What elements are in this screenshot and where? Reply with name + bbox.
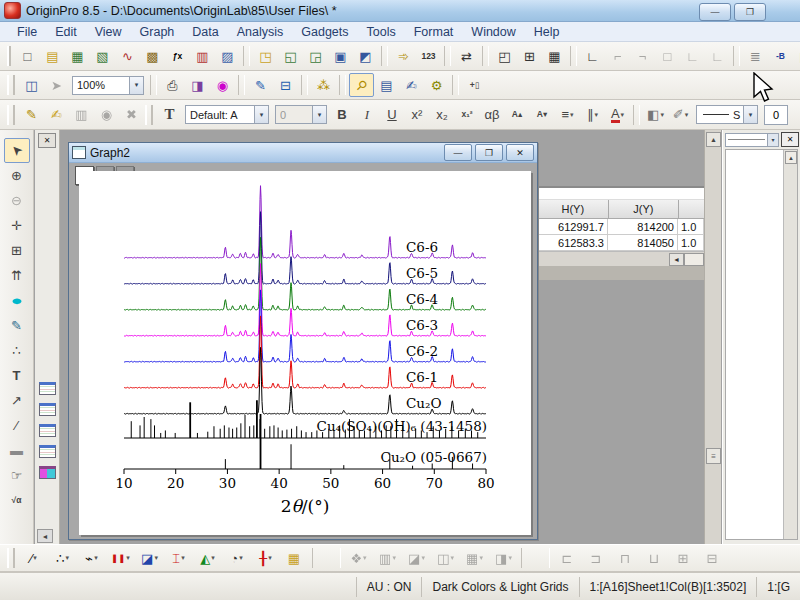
underline-button[interactable]: U: [380, 103, 405, 127]
layout-four-panel-button[interactable]: ⊞: [517, 44, 542, 68]
menu-item[interactable]: Edit: [46, 23, 86, 41]
new-layout-button[interactable]: ▥: [190, 44, 215, 68]
axes-frame-right-button[interactable]: ¬: [630, 44, 655, 68]
italic-button[interactable]: I: [355, 103, 380, 127]
zoom-panel-button[interactable]: ⚲: [349, 73, 374, 97]
graph-template-button[interactable]: ◪▾: [135, 546, 164, 570]
arrow-tool[interactable]: ↗: [4, 388, 30, 413]
font-size-combo[interactable]: 0 ▾: [275, 105, 327, 124]
graph-page[interactable]: C6-6C6-5C6-4C6-3C6-2C6-1Cu₂OCu₄(SO₄)(OH)…: [79, 171, 531, 535]
scrollbar-thumb[interactable]: [684, 253, 704, 266]
subscript-button[interactable]: x₂: [430, 103, 455, 127]
zoom-in-tool[interactable]: ⊕: [4, 163, 30, 188]
right-panel-combo[interactable]: ▾: [725, 133, 779, 147]
open-button[interactable]: ◳: [253, 44, 278, 68]
menu-item[interactable]: Tools: [358, 23, 405, 41]
bold-button[interactable]: B: [330, 103, 355, 127]
3d-bars-button[interactable]: ▥▾: [373, 546, 402, 570]
distribute-horizontal-button[interactable]: ⊞: [669, 546, 698, 570]
fill-color-dropdown-button[interactable]: ◧▾: [643, 103, 668, 127]
cell[interactable]: 1.0: [678, 235, 704, 250]
chevron-down-icon[interactable]: ▾: [129, 77, 143, 94]
table-row[interactable]: 612991.78142001.0: [538, 219, 706, 235]
menu-item[interactable]: Analysis: [228, 23, 293, 41]
minimize-button[interactable]: —: [699, 3, 731, 21]
matrix-plot-button[interactable]: ▦▾: [460, 546, 489, 570]
print-button[interactable]: ⎙: [160, 73, 185, 97]
graph-close-button[interactable]: ✕: [506, 144, 534, 161]
cell[interactable]: 814050: [608, 235, 678, 250]
add-columns-button[interactable]: +▯: [462, 73, 487, 97]
scroll-left-icon[interactable]: ◄: [669, 253, 684, 266]
rescale-axes-button[interactable]: ⇄: [454, 44, 479, 68]
menu-item[interactable]: Window: [462, 23, 524, 41]
menu-item[interactable]: Gadgets: [292, 23, 357, 41]
scrollbar-grip[interactable]: ≡: [706, 448, 721, 464]
draw-data-tool[interactable]: ∴: [4, 338, 30, 363]
new-workbook-button[interactable]: ▦: [65, 44, 90, 68]
align-right-button[interactable]: ⊐: [582, 546, 611, 570]
axes-frame-box-button[interactable]: ∟: [580, 44, 605, 68]
line-color-dropdown-button[interactable]: ✐▾: [668, 103, 693, 127]
align-dropdown-button[interactable]: ≡▾: [555, 103, 580, 127]
worksheet-horizontal-scrollbar[interactable]: ◄: [538, 251, 706, 266]
mini-matrix-icon[interactable]: [39, 466, 56, 479]
graph-restore-button[interactable]: ❐: [475, 144, 503, 161]
save-template-button[interactable]: ◩: [353, 44, 378, 68]
area-plot-button[interactable]: ◭▾: [193, 546, 222, 570]
cell[interactable]: 612583.3: [538, 235, 608, 250]
axes-frame-step-button[interactable]: ∟: [680, 44, 705, 68]
open-excel-button[interactable]: ◱: [278, 44, 303, 68]
decrease-font-button[interactable]: A▾: [530, 103, 555, 127]
import-ascii-button[interactable]: 123: [416, 44, 441, 68]
axes-frame-full-button[interactable]: □: [655, 44, 680, 68]
increase-font-button[interactable]: A▴: [505, 103, 530, 127]
line-plot-button[interactable]: ∕▾: [19, 546, 48, 570]
text-tool[interactable]: T: [4, 363, 30, 388]
mask-range-tool[interactable]: ●: [4, 288, 30, 313]
table-row[interactable]: 612583.38140501.0: [538, 235, 706, 251]
code-builder-button[interactable]: ⚙: [424, 73, 449, 97]
column-header-j[interactable]: J(Y): [609, 200, 680, 218]
column-header-h[interactable]: H(Y): [538, 200, 609, 218]
cell[interactable]: 814200: [608, 219, 678, 234]
3d-scatter-button[interactable]: ❖▾: [344, 546, 373, 570]
new-notes-button[interactable]: ▨: [215, 44, 240, 68]
gridlines-button[interactable]: ≣: [743, 44, 768, 68]
axes-frame-scale-button[interactable]: ∟: [705, 44, 730, 68]
menu-item[interactable]: View: [86, 23, 131, 41]
line-tool[interactable]: ∕: [4, 413, 30, 438]
new-matrix-button[interactable]: ▩: [140, 44, 165, 68]
data-selector-tool[interactable]: ⇈: [4, 263, 30, 288]
workspace-vertical-scrollbar[interactable]: [704, 130, 721, 544]
maximize-button[interactable]: ❐: [734, 3, 766, 21]
mini-sheet-icon-2[interactable]: [39, 403, 56, 416]
dual-panel-button[interactable]: ⊟: [273, 73, 298, 97]
graph2-titlebar[interactable]: Graph2 —❐✕: [69, 143, 537, 163]
scroll-up-icon[interactable]: ▲: [785, 151, 797, 164]
menu-item[interactable]: Graph: [131, 23, 184, 41]
close-icon[interactable]: ✕: [781, 132, 799, 147]
script-window-button[interactable]: ✍: [399, 73, 424, 97]
screen-reader-tool[interactable]: ✛: [4, 213, 30, 238]
annotation-tool[interactable]: ⊞: [4, 238, 30, 263]
run-button[interactable]: ➤: [44, 73, 69, 97]
zoom-out-tool[interactable]: ⊖: [4, 188, 30, 213]
chevron-down-icon[interactable]: ▾: [743, 106, 757, 123]
copy-format-button[interactable]: ▥: [69, 103, 94, 127]
super-subscript-button[interactable]: x₁²: [455, 103, 480, 127]
close-icon[interactable]: ✕: [38, 133, 56, 148]
box-chart-button[interactable]: ⌶▾: [164, 546, 193, 570]
new-function-button[interactable]: ƒx: [165, 44, 190, 68]
scatter-plot-button[interactable]: ∴▾: [48, 546, 77, 570]
align-bottom-button[interactable]: ⊔: [640, 546, 669, 570]
cell[interactable]: 612991.7: [538, 219, 608, 234]
edit-graph-button[interactable]: ✎: [248, 73, 273, 97]
column-list-button[interactable]: ▥: [793, 44, 800, 68]
stock-plot-button[interactable]: ╂▾: [251, 546, 280, 570]
pointer-tool[interactable]: ➤: [4, 138, 30, 163]
import-wizard-button[interactable]: ➾: [391, 44, 416, 68]
cell[interactable]: 1.0: [678, 219, 704, 234]
theme-gallery-button[interactable]: ✍: [44, 103, 69, 127]
menu-item[interactable]: File: [8, 23, 46, 41]
